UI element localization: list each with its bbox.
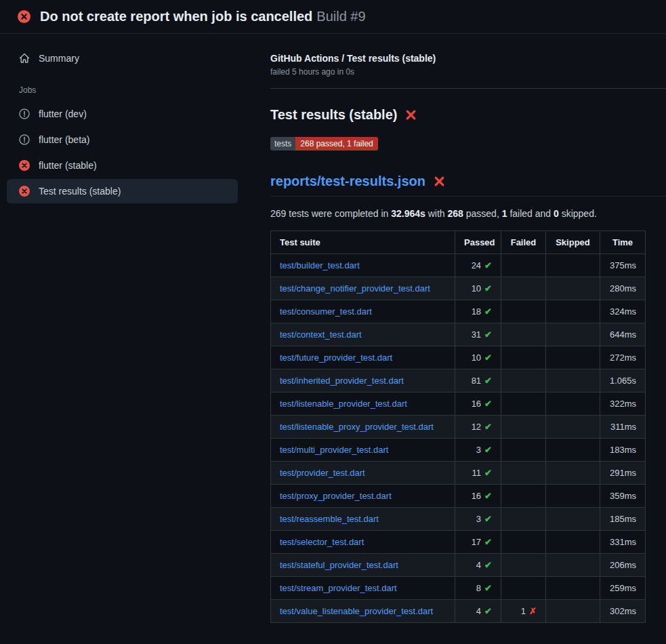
section-title-text: Test results (stable) xyxy=(270,107,397,123)
suite-cell: test/listenable_provider_test.dart xyxy=(271,393,455,416)
time-cell: 1.065s xyxy=(600,369,646,393)
check-icon: ✔ xyxy=(484,445,492,455)
sidebar-item-test-results-stable[interactable]: Test results (stable) xyxy=(7,179,238,203)
test-suite-link[interactable]: test/inherited_provider_test.dart xyxy=(280,376,404,386)
failed-cell xyxy=(501,577,546,600)
skipped-cell xyxy=(546,485,600,508)
test-suite-link[interactable]: test/value_listenable_provider_test.dart xyxy=(280,606,433,616)
count-value: 18 xyxy=(472,306,481,317)
test-suite-link[interactable]: test/builder_test.dart xyxy=(280,260,360,270)
test-suite-link[interactable]: test/selector_test.dart xyxy=(280,537,364,547)
table-row: test/change_notifier_provider_test.dart1… xyxy=(271,277,646,300)
check-icon: ✔ xyxy=(484,560,492,570)
time-cell: 324ms xyxy=(600,300,646,323)
table-row: test/listenable_proxy_provider_test.dart… xyxy=(271,416,646,439)
test-suite-link[interactable]: test/consumer_test.dart xyxy=(280,306,372,317)
check-icon: ✔ xyxy=(484,583,492,593)
sidebar-item-label: flutter (stable) xyxy=(39,160,97,171)
time-cell: 272ms xyxy=(600,346,646,369)
report-title: reports/test-results.json xyxy=(270,174,666,197)
test-suite-link[interactable]: test/listenable_provider_test.dart xyxy=(280,399,407,409)
count-value: 11 xyxy=(472,468,482,478)
failed-cell xyxy=(501,462,546,485)
passed-cell: 16✔ xyxy=(455,393,501,416)
skipped-cell xyxy=(546,600,600,623)
sidebar: Summary Jobs flutter (dev) flut xyxy=(0,34,251,205)
test-suite-link[interactable]: test/provider_test.dart xyxy=(280,468,365,478)
report-link[interactable]: reports/test-results.json xyxy=(270,174,425,189)
suite-cell: test/reassemble_test.dart xyxy=(271,508,455,531)
page-title: Do not create report when job is cancell… xyxy=(40,9,366,24)
time-cell: 259ms xyxy=(600,577,646,600)
passed-cell: 3✔ xyxy=(455,508,501,531)
time-cell: 359ms xyxy=(600,485,646,508)
table-row: test/inherited_provider_test.dart81✔1.06… xyxy=(271,369,646,393)
table-row: test/provider_test.dart11✔291ms xyxy=(271,462,646,485)
time-cell: 280ms xyxy=(600,277,646,300)
passed-cell: 10✔ xyxy=(455,277,501,300)
failed-cell xyxy=(501,439,546,462)
suite-cell: test/value_listenable_provider_test.dart xyxy=(271,600,455,623)
header-passed: Passed xyxy=(455,231,501,254)
passed-cell: 12✔ xyxy=(455,416,501,439)
check-icon: ✔ xyxy=(484,399,492,409)
run-status-line: failed 5 hours ago in 0s xyxy=(270,67,666,77)
failed-cell xyxy=(501,369,546,393)
table-row: test/stateful_provider_test.dart4✔206ms xyxy=(271,554,646,577)
passed-cell: 10✔ xyxy=(455,346,501,369)
count-value: 16 xyxy=(472,491,481,501)
test-suite-link[interactable]: test/multi_provider_test.dart xyxy=(280,445,388,455)
results-table-body: test/builder_test.dart24✔375mstest/chang… xyxy=(271,254,646,623)
time-cell: 311ms xyxy=(600,416,646,439)
table-row: test/future_provider_test.dart10✔272ms xyxy=(271,346,646,369)
suite-cell: test/selector_test.dart xyxy=(271,531,455,554)
passed-cell: 81✔ xyxy=(455,369,501,393)
test-suite-link[interactable]: test/listenable_proxy_provider_test.dart xyxy=(280,422,434,432)
passed-cell: 4✔ xyxy=(455,554,501,577)
breadcrumb: GitHub Actions / Test results (stable) xyxy=(270,53,666,64)
test-suite-link[interactable]: test/stream_provider_test.dart xyxy=(280,583,397,593)
passed-cell: 18✔ xyxy=(455,300,501,323)
skipped-cell xyxy=(546,277,600,300)
skipped-cell xyxy=(546,323,600,346)
failed-cell xyxy=(501,300,546,323)
count-value: 12 xyxy=(472,422,481,432)
failed-status-icon xyxy=(19,160,30,171)
sidebar-item-flutter-beta[interactable]: flutter (beta) xyxy=(7,127,238,152)
skipped-cell xyxy=(546,416,600,439)
suite-cell: test/future_provider_test.dart xyxy=(271,346,455,369)
table-row: test/consumer_test.dart18✔324ms xyxy=(271,300,646,323)
time-cell: 375ms xyxy=(600,254,646,277)
failed-cell xyxy=(501,393,546,416)
sidebar-item-label: Test results (stable) xyxy=(39,186,121,197)
check-icon: ✔ xyxy=(484,306,492,317)
sidebar-item-flutter-dev[interactable]: flutter (dev) xyxy=(7,102,238,126)
count-value: 17 xyxy=(472,537,481,547)
count-value: 81 xyxy=(472,376,481,386)
table-row: test/reassemble_test.dart3✔185ms xyxy=(271,508,646,531)
test-suite-link[interactable]: test/future_provider_test.dart xyxy=(280,353,392,363)
sidebar-item-label: Summary xyxy=(39,53,79,64)
passed-cell: 31✔ xyxy=(455,323,501,346)
check-icon: ✔ xyxy=(484,329,492,340)
suite-cell: test/multi_provider_test.dart xyxy=(271,439,455,462)
table-row: test/multi_provider_test.dart3✔183ms xyxy=(271,439,646,462)
suite-cell: test/inherited_provider_test.dart xyxy=(271,369,455,393)
check-icon: ✔ xyxy=(484,537,492,547)
table-row: test/stream_provider_test.dart8✔259ms xyxy=(271,577,646,600)
test-suite-link[interactable]: test/change_notifier_provider_test.dart xyxy=(280,283,430,294)
failed-cell: 1✗ xyxy=(501,600,546,623)
passed-cell: 3✔ xyxy=(455,439,501,462)
test-suite-link[interactable]: test/proxy_provider_test.dart xyxy=(280,491,392,501)
sidebar-item-summary[interactable]: Summary xyxy=(7,46,238,71)
test-suite-link[interactable]: test/reassemble_test.dart xyxy=(280,514,379,524)
table-row: test/selector_test.dart17✔331ms xyxy=(271,531,646,554)
passed-cell: 8✔ xyxy=(455,577,501,600)
test-suite-link[interactable]: test/stateful_provider_test.dart xyxy=(280,560,398,570)
count-value: 8 xyxy=(476,583,481,593)
test-suite-link[interactable]: test/context_test.dart xyxy=(280,329,362,340)
skipped-cell xyxy=(546,508,600,531)
sidebar-item-flutter-stable[interactable]: flutter (stable) xyxy=(7,153,238,178)
passed-cell: 4✔ xyxy=(455,600,501,623)
badge-value: 268 passed, 1 failed xyxy=(295,137,377,150)
